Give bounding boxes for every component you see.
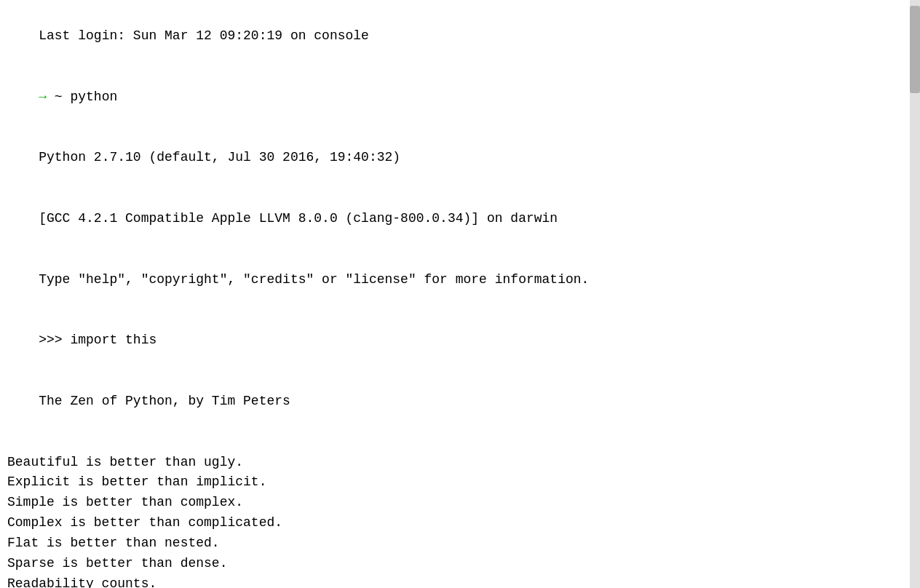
python-command: python xyxy=(70,90,117,104)
type-help-text: Type "help", "copyright", "credits" or "… xyxy=(39,272,589,287)
import-this-line: >>> import this xyxy=(7,310,913,371)
login-text: Last login: Sun Mar 12 09:20:19 on conso… xyxy=(39,28,369,43)
login-line: Last login: Sun Mar 12 09:20:19 on conso… xyxy=(7,6,913,67)
zen-title-text: The Zen of Python, by Tim Peters xyxy=(39,394,290,408)
zen-line-2: Explicit is better than implicit. xyxy=(7,472,913,493)
blank-line-1 xyxy=(7,432,913,453)
prompt-arrow-icon: → xyxy=(39,90,47,104)
repl-prompt-1: >>> xyxy=(39,333,70,347)
zen-line-3: Simple is better than complex. xyxy=(7,493,913,513)
terminal-window[interactable]: Last login: Sun Mar 12 09:20:19 on conso… xyxy=(0,0,920,588)
gcc-text: [GCC 4.2.1 Compatible Apple LLVM 8.0.0 (… xyxy=(39,211,558,226)
zen-line-5: Flat is better than nested. xyxy=(7,533,913,554)
type-help-line: Type "help", "copyright", "credits" or "… xyxy=(7,250,913,311)
import-this-command: import this xyxy=(70,333,156,347)
zen-line-7: Readability counts. xyxy=(7,574,913,588)
zen-line-6: Sparse is better than dense. xyxy=(7,554,913,574)
zen-line-4: Complex is better than complicated. xyxy=(7,513,913,533)
scrollbar[interactable] xyxy=(910,0,920,588)
gcc-line: [GCC 4.2.1 Compatible Apple LLVM 8.0.0 (… xyxy=(7,188,913,250)
zen-line-1: Beautiful is better than ugly. xyxy=(7,453,913,473)
python-version-text: Python 2.7.10 (default, Jul 30 2016, 19:… xyxy=(39,150,400,164)
prompt-python-line: → ~ python xyxy=(7,67,913,128)
python-version-line: Python 2.7.10 (default, Jul 30 2016, 19:… xyxy=(7,127,913,188)
zen-title-line: The Zen of Python, by Tim Peters xyxy=(7,371,913,432)
scrollbar-thumb[interactable] xyxy=(910,6,920,93)
prompt-tilde: ~ xyxy=(47,90,70,104)
